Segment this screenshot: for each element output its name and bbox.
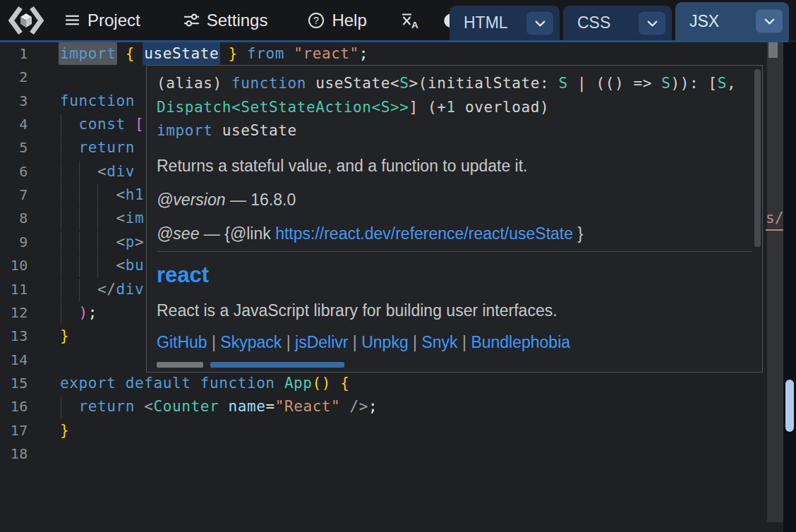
- code-token: S: [558, 75, 567, 92]
- jsdoc-version-row: @version — 16.8.0: [157, 190, 752, 210]
- code-token: export: [60, 375, 116, 392]
- code-token: div: [116, 281, 144, 298]
- line-number: 4: [0, 113, 28, 136]
- code-token: ] (+: [409, 99, 447, 116]
- clipped-text-row: [157, 362, 752, 368]
- link-separator: |: [282, 333, 295, 351]
- chevron-down-icon[interactable]: [526, 11, 553, 35]
- code-token: [284, 45, 294, 62]
- project-menu-button[interactable]: Project: [64, 11, 140, 30]
- clipped-text-fragment: [157, 362, 203, 368]
- code-token: div: [107, 163, 135, 180]
- code-token: )): [: [670, 75, 717, 92]
- package-name-link[interactable]: react: [157, 262, 752, 288]
- code-token: useState: [212, 122, 296, 139]
- code-token: return: [79, 139, 135, 156]
- code-token: default: [126, 375, 191, 392]
- code-token: }: [60, 327, 69, 344]
- settings-button[interactable]: Settings: [183, 11, 268, 30]
- code-token: <: [116, 257, 125, 274]
- code-text: </div: [60, 278, 144, 301]
- tab-css[interactable]: CSS: [563, 6, 672, 40]
- line-number: 18: [0, 442, 28, 466]
- page-scrollbar-thumb[interactable]: [785, 380, 794, 432]
- code-token: [219, 45, 228, 62]
- code-token: [60, 257, 116, 274]
- line-number: 6: [0, 160, 28, 183]
- code-token: />: [350, 398, 369, 415]
- code-token: function: [200, 375, 275, 392]
- code-token: [340, 398, 349, 415]
- translate-button[interactable]: A: [399, 11, 418, 30]
- package-link-unpkg[interactable]: Unpkg: [361, 333, 408, 351]
- see-suffix: }: [577, 224, 583, 243]
- link-separator: |: [458, 333, 471, 351]
- package-link-skypack[interactable]: Skypack: [220, 333, 282, 351]
- settings-label: Settings: [207, 11, 268, 30]
- code-text: );: [60, 301, 97, 325]
- code-token: im: [126, 210, 145, 226]
- code-text: export default function App() {: [60, 372, 350, 395]
- chevron-down-icon[interactable]: [639, 11, 665, 35]
- tooltip-scrollbar-thumb[interactable]: [754, 69, 761, 247]
- code-line-15[interactable]: 15export default function App() {: [0, 372, 767, 396]
- code-line-16[interactable]: 16 return <Counter name="React" />;: [0, 395, 767, 419]
- package-link-jsdelivr[interactable]: jsDelivr: [295, 333, 348, 351]
- tab-jsx[interactable]: JSX: [675, 2, 789, 40]
- line-number: 14: [0, 349, 28, 372]
- code-token: bu: [126, 257, 145, 274]
- version-separator: —: [230, 191, 246, 209]
- app-logo[interactable]: [8, 4, 44, 37]
- code-token: [60, 234, 116, 250]
- package-link-github[interactable]: GitHub: [157, 333, 207, 351]
- line-number: 1: [0, 42, 28, 66]
- code-token: [60, 210, 116, 226]
- code-line-1[interactable]: 1import { useState } from "react";: [0, 42, 767, 66]
- chevron-down-icon[interactable]: [756, 10, 783, 33]
- code-token: const: [79, 116, 126, 133]
- code-token: >(initialState:: [409, 75, 559, 92]
- signature-line: import useState: [157, 119, 752, 143]
- code-token: S: [661, 75, 670, 92]
- menu-icon: [64, 11, 81, 29]
- code-token: | (() =>: [568, 75, 661, 92]
- translate-icon: A: [399, 11, 418, 30]
- code-token: ,: [727, 75, 736, 92]
- clipped-link-fragment: [210, 362, 344, 368]
- code-text: const [: [60, 113, 144, 136]
- line-number: 10: [0, 254, 28, 277]
- code-token: <: [97, 163, 107, 180]
- help-label: Help: [332, 11, 366, 30]
- link-separator: |: [207, 333, 221, 351]
- tab-html[interactable]: HTML: [450, 6, 560, 40]
- editor-scrollbar-track[interactable]: [767, 42, 783, 522]
- code-token: ;: [359, 45, 368, 62]
- code-token: =: [265, 398, 275, 415]
- package-link-bundlephobia[interactable]: Bundlephobia: [471, 333, 570, 351]
- help-button[interactable]: ? Help: [307, 11, 366, 30]
- code-token: name: [228, 398, 265, 415]
- page-scrollbar-track[interactable]: [783, 42, 796, 532]
- code-token: S: [718, 75, 727, 92]
- tab-label: HTML: [464, 13, 508, 32]
- code-line-17[interactable]: 17}: [0, 419, 767, 443]
- usestate-docs-link[interactable]: https://react.dev/reference/react/useSta…: [275, 224, 573, 243]
- code-token: [60, 398, 79, 415]
- line-number: 12: [0, 301, 28, 325]
- line-number: 15: [0, 372, 28, 395]
- code-token: function: [60, 92, 135, 109]
- code-token: }: [228, 45, 237, 62]
- line-number: 11: [0, 278, 28, 301]
- line-number: 13: [0, 325, 28, 348]
- code-line-18[interactable]: 18: [0, 442, 767, 466]
- signature-line: (alias) function useState<S>(initialStat…: [157, 72, 752, 96]
- tab-label: CSS: [577, 13, 610, 32]
- code-token: {: [126, 45, 135, 62]
- signature-line: Dispatch<SetStateAction<S>>] (+1 overloa…: [157, 96, 752, 120]
- code-token: }: [60, 422, 69, 439]
- code-token: 1: [447, 99, 456, 116]
- project-menu-label: Project: [88, 11, 140, 30]
- code-token: [60, 186, 116, 203]
- package-link-snyk[interactable]: Snyk: [421, 333, 457, 351]
- code-token: Counter: [153, 398, 219, 415]
